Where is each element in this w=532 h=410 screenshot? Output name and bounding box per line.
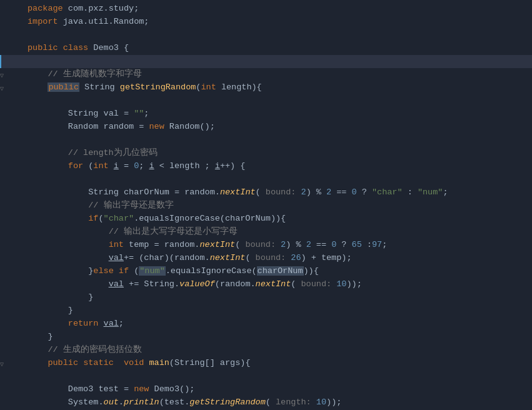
line-7: ▽ public String getStringRandom(int leng… — [0, 81, 532, 94]
comment-16: // 输出字母还是数字 — [88, 201, 173, 210]
keyword-public: public — [28, 43, 58, 52]
number-26: 26 — [291, 253, 301, 262]
line-content-15: String charOrNum = random.nextInt( bound… — [19, 186, 532, 199]
line-30: Demo3 test = new Demo3(); — [0, 383, 532, 396]
highlight-public: public — [48, 82, 79, 92]
line-5 — [0, 55, 532, 68]
var-temp: temp — [129, 240, 149, 249]
line-content-13: for (int i = 0; i < length ; i++) { — [19, 160, 532, 173]
method-valueOf: valueOf — [179, 279, 215, 289]
line-19: int temp = random.nextInt( bound: 2) % 2… — [0, 239, 532, 252]
keyword-static-28: static — [83, 358, 114, 368]
method-println: println — [124, 398, 159, 407]
string-num: "num" — [418, 188, 443, 197]
line-content-27: // 生成的密码包括位数 — [19, 344, 532, 357]
keyword-int-19: int — [109, 240, 124, 249]
number-10: 10 — [336, 279, 346, 289]
keyword-else-21: else — [93, 266, 113, 276]
code-text: com.pxz.study; — [63, 4, 139, 13]
method-getStringRandom: getStringRandom — [120, 82, 196, 92]
var-val-20: val — [109, 253, 124, 262]
line-content-29 — [19, 370, 532, 383]
code-text: Demo3 { — [88, 43, 129, 52]
comment-27: // 生成的密码包括位数 — [48, 345, 141, 354]
line-2: import java.util.Random; — [0, 16, 532, 29]
number-2-19: 2 — [281, 240, 286, 249]
fold-arrow-28: ▽ — [0, 360, 4, 370]
line-23: } — [0, 291, 532, 304]
param-hint-length: length: — [276, 398, 311, 407]
line-29 — [0, 370, 532, 383]
line-9: String val = ""; — [0, 108, 532, 121]
line-content-28: public static void main(String[] args){ — [19, 357, 532, 370]
line-28: ▽ public static void main(String[] args)… — [0, 357, 532, 370]
method-nextInt-22: nextInt — [256, 279, 291, 289]
comment-12: // length为几位密码 — [68, 148, 158, 158]
comment-6: // 生成随机数字和字母 — [48, 69, 141, 79]
line-content-31: System.out.println(test.getStringRandom(… — [19, 396, 532, 409]
line-content-12: // length为几位密码 — [19, 147, 532, 160]
var-val-return: val — [104, 319, 119, 328]
keyword-public-28: public — [48, 358, 78, 368]
var-val: val — [104, 109, 119, 118]
param-hint-bound-15: bound: — [266, 188, 296, 197]
var-test: test — [98, 384, 118, 394]
line-content-30: Demo3 test = new Demo3(); — [19, 383, 532, 396]
line-content-16: // 输出字母还是数字 — [19, 199, 532, 212]
line-13: for (int i = 0; i < length ; i++) { — [0, 160, 532, 173]
method-out: out — [104, 398, 119, 407]
line-6: ▽ // 生成随机数字和字母 — [0, 68, 532, 81]
code-text: String getStringRandom( — [79, 82, 201, 92]
line-content-6: // 生成随机数字和字母 — [19, 68, 532, 81]
line-17: if("char".equalsIgnoreCase(charOrNum)){ — [0, 212, 532, 226]
number-0-19: 0 — [331, 240, 336, 249]
keyword-int-7: int — [201, 82, 216, 92]
line-content-25: return val; — [19, 318, 532, 331]
code-text — [58, 43, 63, 52]
var-i-inc: i — [215, 161, 220, 171]
line-20: val+= (char)(random.nextInt( bound: 26) … — [0, 252, 532, 265]
keyword-new-10: new — [149, 122, 164, 131]
string-empty: "" — [134, 109, 144, 118]
keyword-import: import — [28, 17, 58, 26]
line-8 — [0, 94, 532, 108]
fold-arrow-7: ▽ — [0, 84, 4, 94]
line-content-22: val += String.valueOf(random.nextInt( bo… — [19, 278, 532, 291]
code-text: java.util.Random; — [58, 17, 149, 26]
var-val-22: val — [109, 279, 124, 289]
line-content-3 — [19, 29, 532, 42]
keyword-public-7: public — [48, 82, 79, 92]
line-content-10: Random random = new Random(); — [19, 121, 532, 134]
line-content-1: package com.pxz.study; — [19, 2, 532, 16]
line-25: return val; — [0, 318, 532, 331]
method-main: main — [149, 358, 169, 368]
line-24: } — [0, 304, 532, 318]
code-editor: package com.pxz.study; import java.util.… — [0, 0, 532, 410]
line-content-5 — [19, 55, 532, 68]
string-char-17: "char" — [104, 214, 134, 223]
var-charOrNum: charOrNum — [124, 188, 169, 197]
line-26: } — [0, 331, 532, 344]
keyword-if-21: if — [119, 266, 129, 276]
string-char: "char" — [372, 188, 403, 197]
line-4: public class Demo3 { — [0, 42, 532, 55]
var-i: i — [114, 161, 119, 171]
line-content-11 — [19, 134, 532, 147]
line-content-20: val+= (char)(random.nextInt( bound: 26) … — [19, 252, 532, 265]
method-nextInt-20: nextInt — [210, 253, 246, 262]
method-getStringRandom-31: getStringRandom — [189, 398, 266, 407]
var-charOrNum-21: charOrNum — [257, 266, 304, 276]
line-18: // 输出是大写字母还是小写字母 — [0, 226, 532, 239]
comment-18: // 输出是大写字母还是小写字母 — [109, 227, 238, 236]
line-14 — [0, 173, 532, 186]
number-2-mod: 2 — [326, 188, 331, 197]
param-hint-bound-22: bound: — [301, 279, 332, 289]
keyword-for: for — [68, 161, 83, 171]
line-22: val += String.valueOf(random.nextInt( bo… — [0, 278, 532, 291]
method-nextInt-15: nextInt — [220, 188, 256, 197]
string-num-21: "num" — [139, 266, 166, 276]
line-content-9: String val = ""; — [19, 108, 532, 121]
keyword-if-17: if — [88, 214, 98, 223]
var-i-cond: i — [149, 161, 154, 171]
number-97: 97 — [372, 240, 382, 249]
